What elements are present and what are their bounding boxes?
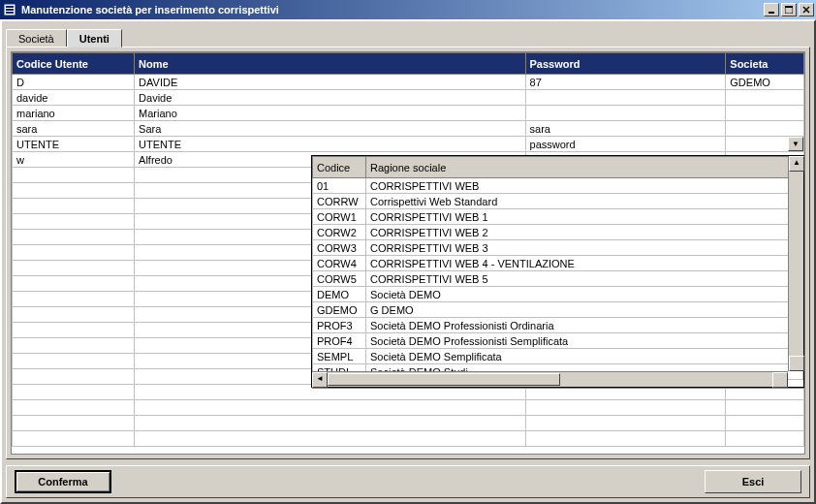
cell-societa[interactable] — [726, 431, 804, 447]
lookup-ragione[interactable]: G DEMO — [366, 302, 803, 318]
lookup-codice[interactable]: CORW2 — [313, 225, 366, 240]
cell-password[interactable] — [525, 106, 726, 121]
cell-codice[interactable] — [13, 199, 135, 214]
table-row[interactable]: marianoMariano — [13, 106, 804, 121]
cell-password[interactable]: sara — [525, 121, 726, 137]
lookup-ragione[interactable]: CORRISPETTIVI WEB 4 - VENTILAZIONE — [366, 256, 803, 271]
cell-codice[interactable] — [13, 183, 135, 199]
cell-password[interactable] — [525, 431, 726, 447]
societa-lookup-popup[interactable]: Codice Ragione sociale 01CORRISPETTIVI W… — [311, 155, 804, 388]
cell-codice[interactable] — [13, 214, 135, 230]
cell-nome[interactable] — [135, 400, 525, 416]
col-header-password[interactable]: Password — [525, 53, 726, 75]
cell-password[interactable] — [525, 90, 726, 106]
lookup-row[interactable]: GDEMOG DEMO — [313, 302, 803, 318]
popup-horizontal-scrollbar[interactable]: ◄► — [312, 371, 788, 387]
cell-codice[interactable] — [13, 400, 135, 416]
table-row[interactable]: UTENTEUTENTEpassword▼ — [13, 137, 804, 152]
esci-button[interactable]: Esci — [705, 470, 801, 493]
cell-password[interactable] — [525, 400, 726, 416]
minimize-button[interactable] — [764, 3, 779, 16]
lookup-codice[interactable]: PROF4 — [313, 333, 366, 349]
col-header-nome[interactable]: Nome — [135, 53, 525, 75]
cell-password[interactable] — [525, 416, 726, 431]
cell-codice[interactable]: w — [13, 152, 135, 168]
lookup-codice[interactable]: CORW5 — [313, 271, 366, 287]
cell-societa[interactable] — [726, 416, 804, 431]
lookup-codice[interactable]: CORW3 — [313, 240, 366, 256]
cell-codice[interactable]: davide — [13, 90, 135, 106]
cell-codice[interactable] — [13, 245, 135, 261]
cell-codice[interactable] — [13, 276, 135, 292]
cell-codice[interactable]: UTENTE — [13, 137, 135, 152]
maximize-button[interactable] — [781, 3, 797, 16]
cell-codice[interactable] — [13, 230, 135, 245]
lookup-ragione[interactable]: Società DEMO — [366, 287, 803, 302]
conferma-button[interactable]: Conferma — [15, 470, 111, 493]
lookup-ragione[interactable]: CORRISPETTIVI WEB 1 — [366, 209, 803, 225]
cell-codice[interactable]: sara — [13, 121, 135, 137]
cell-codice[interactable]: mariano — [13, 106, 135, 121]
lookup-ragione[interactable]: Società DEMO Professionisti Semplificata — [366, 333, 803, 349]
tab-societa[interactable]: Società — [6, 29, 67, 47]
cell-nome[interactable]: UTENTE — [135, 137, 525, 152]
cell-societa[interactable]: GDEMO — [726, 75, 804, 90]
lookup-codice[interactable]: DEMO — [313, 287, 366, 302]
cell-codice[interactable] — [13, 168, 135, 183]
col-header-societa[interactable]: Societa — [726, 53, 804, 75]
lookup-codice[interactable]: SEMPL — [313, 349, 366, 364]
lookup-row[interactable]: CORW5CORRISPETTIVI WEB 5 — [313, 271, 803, 287]
cell-codice[interactable] — [13, 369, 135, 385]
lookup-row[interactable]: 01CORRISPETTIVI WEB — [313, 178, 803, 194]
cell-codice[interactable] — [13, 292, 135, 307]
lookup-row[interactable]: PROF3Società DEMO Professionisti Ordinar… — [313, 318, 803, 333]
cell-codice[interactable]: D — [13, 75, 135, 90]
cell-societa[interactable]: ▼ — [726, 137, 804, 152]
table-row[interactable] — [13, 400, 804, 416]
cell-societa[interactable] — [726, 400, 804, 416]
lookup-row[interactable]: CORRWCorrispettivi Web Standard — [313, 194, 803, 209]
lookup-ragione[interactable]: CORRISPETTIVI WEB 2 — [366, 225, 803, 240]
lookup-codice[interactable]: GDEMO — [313, 302, 366, 318]
lookup-codice[interactable]: PROF3 — [313, 318, 366, 333]
lookup-ragione[interactable]: Corrispettivi Web Standard — [366, 194, 803, 209]
tab-utenti[interactable]: Utenti — [67, 29, 122, 47]
lookup-codice[interactable]: CORW1 — [313, 209, 366, 225]
lookup-ragione[interactable]: CORRISPETTIVI WEB — [366, 178, 803, 194]
cell-codice[interactable] — [13, 323, 135, 338]
cell-societa[interactable] — [726, 90, 804, 106]
scrollbar-thumb[interactable] — [328, 373, 560, 386]
lookup-row[interactable]: PROF4Società DEMO Professionisti Semplif… — [313, 333, 803, 349]
lookup-row[interactable]: CORW1CORRISPETTIVI WEB 1 — [313, 209, 803, 225]
societa-dropdown-arrow[interactable]: ▼ — [788, 137, 803, 151]
popup-header-ragione[interactable]: Ragione sociale — [366, 157, 803, 178]
cell-codice[interactable] — [13, 338, 135, 354]
col-header-codice[interactable]: Codice Utente — [13, 53, 135, 75]
close-button[interactable] — [799, 3, 814, 16]
cell-nome[interactable]: DAVIDE — [135, 75, 525, 90]
cell-societa[interactable] — [726, 121, 804, 137]
lookup-codice[interactable]: CORRW — [313, 194, 366, 209]
lookup-row[interactable]: SEMPLSocietà DEMO Semplificata — [313, 349, 803, 364]
cell-nome[interactable]: Sara — [135, 121, 525, 137]
lookup-row[interactable]: CORW2CORRISPETTIVI WEB 2 — [313, 225, 803, 240]
lookup-ragione[interactable]: Società DEMO Semplificata — [366, 349, 803, 364]
lookup-codice[interactable]: CORW4 — [313, 256, 366, 271]
cell-password[interactable]: 87 — [525, 75, 726, 90]
cell-nome[interactable] — [135, 416, 525, 431]
lookup-row[interactable]: CORW4CORRISPETTIVI WEB 4 - VENTILAZIONE — [313, 256, 803, 271]
table-row[interactable]: davideDavide — [13, 90, 804, 106]
table-row[interactable]: DDAVIDE87GDEMO — [13, 75, 804, 90]
lookup-ragione[interactable]: CORRISPETTIVI WEB 5 — [366, 271, 803, 287]
lookup-row[interactable]: DEMOSocietà DEMO — [313, 287, 803, 302]
cell-nome[interactable]: Mariano — [135, 106, 525, 121]
lookup-ragione[interactable]: Società DEMO Professionisti Ordinaria — [366, 318, 803, 333]
cell-codice[interactable] — [13, 416, 135, 431]
cell-nome[interactable]: Davide — [135, 90, 525, 106]
table-row[interactable]: saraSarasara — [13, 121, 804, 137]
lookup-row[interactable]: CORW3CORRISPETTIVI WEB 3 — [313, 240, 803, 256]
cell-codice[interactable] — [13, 431, 135, 447]
table-row[interactable] — [13, 431, 804, 447]
cell-codice[interactable] — [13, 385, 135, 400]
lookup-codice[interactable]: 01 — [313, 178, 366, 194]
